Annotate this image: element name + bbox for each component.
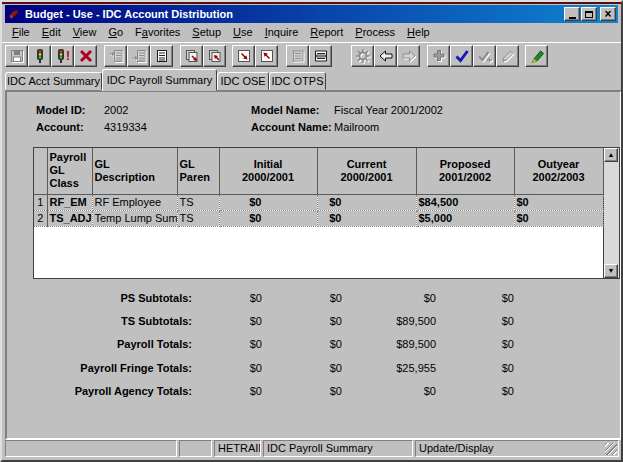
tab-idc-otps[interactable]: IDC OTPS	[269, 72, 326, 90]
header-outyear[interactable]: Outyear 2002/2003	[514, 148, 603, 194]
scroll-down-icon: ▼	[608, 267, 615, 274]
maximize-button[interactable]	[581, 7, 597, 21]
drill-down-button[interactable]	[232, 45, 255, 67]
tab-idc-payroll-summary[interactable]: IDC Payroll Summary	[102, 69, 217, 91]
minimize-button[interactable]	[564, 7, 580, 21]
confirm-button[interactable]	[450, 45, 473, 67]
ts-subtotal-outyear: $0	[444, 315, 514, 327]
drill-up-icon	[259, 48, 275, 64]
status-message-panel	[5, 440, 177, 457]
run-button[interactable]	[28, 45, 51, 67]
tab-label: IDC Payroll Summary	[107, 74, 213, 86]
ts-subtotal-proposed: $89,500	[366, 315, 436, 327]
cell-current[interactable]: $0	[317, 194, 416, 210]
menu-inquire[interactable]: Inquire	[259, 25, 305, 41]
payroll-fringe-totals-label: Payroll Fringe Totals:	[7, 362, 192, 374]
scroll-down-button[interactable]: ▼	[604, 264, 618, 278]
cell-description[interactable]: Temp Lump Sum/	[92, 210, 177, 226]
row-frame-button[interactable]	[309, 45, 332, 67]
delete-button[interactable]	[74, 45, 97, 67]
toolbar: !	[2, 42, 621, 68]
menu-view[interactable]: View	[67, 25, 103, 41]
payroll-summary-panel: Model ID: 2002 Model Name: Fiscal Year 2…	[5, 90, 622, 440]
scroll-up-button[interactable]: ▲	[604, 148, 618, 162]
cell-gl-class[interactable]: RF_EM	[47, 194, 92, 210]
back-button[interactable]	[374, 45, 397, 67]
menu-use[interactable]: Use	[227, 25, 259, 41]
header-gl-description[interactable]: GL Description	[92, 148, 177, 194]
agency-total-proposed: $0	[366, 385, 436, 397]
run-alert-button[interactable]: !	[51, 45, 74, 67]
app-icon	[7, 7, 21, 21]
row-number: 1	[34, 194, 47, 210]
menu-report[interactable]: Report	[304, 25, 349, 41]
table-row[interactable]: 2 TS_ADJ Temp Lump Sum/ TS $0 $0 $5,000 …	[34, 210, 603, 226]
confirm-add-button[interactable]	[473, 45, 496, 67]
confirm-check-icon	[454, 48, 470, 64]
highlight-button[interactable]	[525, 45, 548, 67]
cell-outyear[interactable]: $0	[514, 194, 603, 210]
ps-subtotal-outyear: $0	[444, 292, 514, 304]
cell-proposed[interactable]: $5,000	[416, 210, 514, 226]
minimize-icon	[569, 17, 576, 19]
desktop-edge	[2, 2, 621, 4]
cell-proposed[interactable]: $84,500	[416, 194, 514, 210]
document-rows-button[interactable]	[150, 45, 173, 67]
insert-row-button[interactable]	[104, 45, 127, 67]
delete-x-icon	[78, 48, 94, 64]
payroll-total-initial: $0	[192, 338, 262, 350]
cell-outyear[interactable]: $0	[514, 210, 603, 226]
menu-file[interactable]: File	[6, 25, 36, 41]
drill-down-icon	[236, 48, 252, 64]
account-name-label: Account Name:	[251, 121, 332, 133]
agency-total-current: $0	[272, 385, 342, 397]
header-proposed[interactable]: Proposed 2001/2002	[416, 148, 514, 194]
close-button[interactable]: ×	[600, 7, 616, 21]
add-button[interactable]	[427, 45, 450, 67]
header-current[interactable]: Current 2000/2001	[317, 148, 416, 194]
scroll-up-icon: ▲	[608, 151, 615, 158]
menu-setup[interactable]: Setup	[186, 25, 227, 41]
row-number: 2	[34, 210, 47, 226]
grid-scrollbar[interactable]: ▲ ▼	[604, 147, 620, 279]
edit-button[interactable]	[496, 45, 519, 67]
menu-edit[interactable]: Edit	[36, 25, 67, 41]
header-gl-paren[interactable]: GL Paren	[177, 148, 219, 194]
header-initial[interactable]: Initial 2000/2001	[219, 148, 317, 194]
forward-button[interactable]	[397, 45, 420, 67]
payroll-total-proposed: $89,500	[366, 338, 436, 350]
status-mode-text: Update/Display	[419, 442, 494, 454]
settings-button[interactable]	[351, 45, 374, 67]
row-list-button[interactable]	[286, 45, 309, 67]
drill-up-button[interactable]	[255, 45, 278, 67]
check-plus-icon	[477, 48, 493, 64]
cell-description[interactable]: RF Employee	[92, 194, 177, 210]
forward-arrow-icon	[401, 48, 417, 64]
tab-idc-ose[interactable]: IDC OSE	[217, 72, 269, 90]
fringe-total-current: $0	[272, 362, 342, 374]
cell-initial[interactable]: $0	[219, 210, 317, 226]
append-row-button[interactable]	[127, 45, 150, 67]
cell-gl-class[interactable]: TS_ADJ	[47, 210, 92, 226]
copy-next-button[interactable]	[180, 45, 203, 67]
menu-process[interactable]: Process	[349, 25, 401, 41]
menu-go[interactable]: Go	[102, 25, 129, 41]
table-row[interactable]: 1 RF_EM RF Employee TS $0 $0 $84,500 $0	[34, 194, 603, 210]
menu-favorites[interactable]: Favorites	[129, 25, 186, 41]
cell-current[interactable]: $0	[317, 210, 416, 226]
copy-prior-button[interactable]	[203, 45, 226, 67]
titlebar[interactable]: Budget - Use - IDC Account Distribution …	[5, 5, 618, 23]
resize-grip[interactable]	[605, 443, 617, 455]
cell-initial[interactable]: $0	[219, 194, 317, 210]
cell-paren[interactable]: TS	[177, 194, 219, 210]
tab-idc-acct-summary[interactable]: IDC Acct Summary	[5, 72, 102, 90]
svg-text:!: !	[66, 49, 70, 63]
cell-paren[interactable]: TS	[177, 210, 219, 226]
menu-help[interactable]: Help	[401, 25, 436, 41]
payroll-totals-label: Payroll Totals:	[7, 338, 192, 350]
insert-row-icon	[108, 48, 124, 64]
save-button[interactable]	[5, 45, 28, 67]
ts-subtotals-label: TS Subtotals:	[7, 315, 192, 327]
tab-label: IDC OTPS	[272, 75, 324, 87]
header-payroll-gl-class[interactable]: Payroll GL Class	[47, 148, 92, 194]
